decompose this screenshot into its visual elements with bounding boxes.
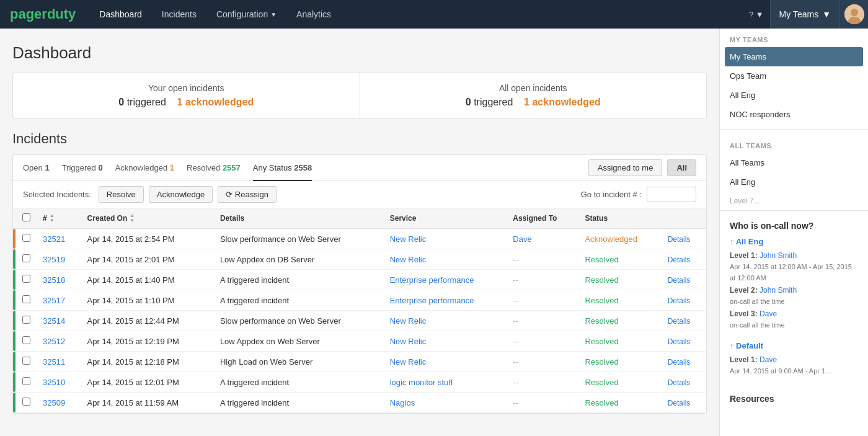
details-link[interactable]: Details <box>668 296 691 305</box>
incident-id-link[interactable]: 32514 <box>43 316 65 326</box>
toolbar-right: Go to incident # : <box>581 187 696 202</box>
status-bar-indicator <box>13 270 16 290</box>
incident-id-link[interactable]: 32512 <box>43 337 65 346</box>
tab-any-status[interactable]: Any Status 2558 <box>253 156 312 181</box>
resolve-button[interactable]: Resolve <box>99 186 144 203</box>
tab-acknowledged[interactable]: Acknowledged 1 <box>115 156 174 181</box>
all-button[interactable]: All <box>667 159 696 176</box>
incident-status: Resolved <box>578 372 661 393</box>
sidebar-item-ops-team[interactable]: Ops Team <box>720 66 868 86</box>
sidebar-item-noc[interactable]: NOC responders <box>720 105 868 124</box>
row-checkbox-cell <box>16 229 37 249</box>
incident-actions: Details <box>662 270 706 290</box>
incident-service-link[interactable]: Enterprise performance <box>390 296 474 305</box>
my-teams-button[interactable]: My Teams ▼ <box>770 0 839 29</box>
nav-analytics[interactable]: Analytics <box>288 0 340 29</box>
top-nav: pagerduty Dashboard Incidents Configurat… <box>0 0 868 29</box>
help-button[interactable]: ? ▼ <box>743 0 770 29</box>
table-row: 32521 Apr 14, 2015 at 2:54 PMSlow perfor… <box>13 229 706 249</box>
incident-id-link[interactable]: 32517 <box>43 296 65 305</box>
user-avatar-button[interactable] <box>839 0 868 29</box>
page-title: Dashboard <box>12 43 707 63</box>
assigned-to-me-button[interactable]: Assigned to me <box>588 159 663 176</box>
sidebar-item-my-teams[interactable]: My Teams <box>725 47 863 66</box>
reassign-button[interactable]: ⟳ Reassign <box>218 186 277 203</box>
tab-triggered[interactable]: Triggered 0 <box>62 156 103 181</box>
table-row: 32509 Apr 14, 2015 at 11:59 AMA triggere… <box>13 393 706 413</box>
incident-id-link[interactable]: 32521 <box>43 234 65 244</box>
incident-status: Resolved <box>578 393 661 413</box>
sidebar-dropdown: MY TEAMS My Teams Ops Team All Eng NOC r… <box>719 29 868 436</box>
row-checkbox[interactable] <box>22 254 30 262</box>
incident-created: Apr 14, 2015 at 2:54 PM <box>81 229 214 249</box>
incident-id-link[interactable]: 32519 <box>43 255 65 264</box>
nav-right: ? ▼ My Teams ▼ <box>743 0 868 29</box>
nav-configuration[interactable]: Configuration ▼ <box>208 0 285 29</box>
incident-created: Apr 14, 2015 at 12:44 PM <box>81 311 214 331</box>
details-link[interactable]: Details <box>668 235 691 244</box>
incident-actions: Details <box>662 249 706 270</box>
incident-details: A triggered incident <box>214 290 384 311</box>
row-checkbox[interactable] <box>22 316 30 324</box>
incident-assigned: -- <box>507 331 578 352</box>
row-checkbox-cell <box>16 393 37 413</box>
th-id: # ▲▼ <box>37 208 81 229</box>
incident-service-link[interactable]: New Relic <box>390 357 427 367</box>
incident-service: New Relic <box>384 249 507 270</box>
incident-service-link[interactable]: New Relic <box>390 316 427 326</box>
incident-id-link[interactable]: 32511 <box>43 357 65 367</box>
incident-service-link[interactable]: Nagios <box>390 398 415 407</box>
details-link[interactable]: Details <box>668 378 691 387</box>
details-link[interactable]: Details <box>668 337 691 346</box>
row-checkbox-cell <box>16 270 37 290</box>
incident-service: Enterprise performance <box>384 290 507 311</box>
table-row: 32511 Apr 14, 2015 at 12:18 PMHigh Load … <box>13 352 706 372</box>
row-checkbox[interactable] <box>22 275 30 283</box>
incident-id-link[interactable]: 32509 <box>43 398 65 407</box>
details-link[interactable]: Details <box>668 358 691 367</box>
acknowledge-button[interactable]: Acknowledge <box>149 186 213 203</box>
incident-service: New Relic <box>384 229 507 249</box>
status-bar-indicator <box>13 331 16 351</box>
incident-details: A triggered incident <box>214 372 384 393</box>
details-link[interactable]: Details <box>668 276 691 285</box>
nav-incidents[interactable]: Incidents <box>153 0 205 29</box>
goto-incident-input[interactable] <box>647 187 696 202</box>
avatar-image <box>844 4 864 24</box>
incident-service-link[interactable]: New Relic <box>390 255 427 264</box>
incident-id-link[interactable]: 32518 <box>43 275 65 285</box>
th-assigned: Assigned To <box>507 208 578 229</box>
incident-status: Acknowledged <box>578 229 661 249</box>
sidebar-item-all-eng[interactable]: All Eng <box>720 86 868 105</box>
row-checkbox[interactable] <box>22 377 30 385</box>
incident-created: Apr 14, 2015 at 12:19 PM <box>81 331 214 352</box>
incident-service-link[interactable]: logic monitor stuff <box>390 378 453 387</box>
incident-service-link[interactable]: New Relic <box>390 234 427 244</box>
incident-service-link[interactable]: New Relic <box>390 337 427 346</box>
row-checkbox[interactable] <box>22 295 30 303</box>
tab-resolved[interactable]: Resolved 2557 <box>187 156 241 181</box>
details-link[interactable]: Details <box>668 256 691 264</box>
incident-created: Apr 14, 2015 at 2:01 PM <box>81 249 214 270</box>
row-checkbox[interactable] <box>22 234 30 242</box>
incident-assigned-link[interactable]: Dave <box>513 234 531 244</box>
row-checkbox[interactable] <box>22 336 30 344</box>
row-checkbox[interactable] <box>22 398 30 406</box>
tabs-row: Open 1 Triggered 0 Acknowledged 1 Resolv… <box>13 155 706 181</box>
incident-id-link[interactable]: 32510 <box>43 378 65 387</box>
sidebar-item-all-teams[interactable]: All Teams <box>720 153 868 172</box>
content-area: Dashboard Your open incidents 0 triggere… <box>0 29 719 436</box>
details-link[interactable]: Details <box>668 399 691 407</box>
all-open-incidents: All open incidents 0 triggered 1 acknowl… <box>360 73 707 118</box>
sidebar-divider <box>720 129 868 130</box>
sidebar-item-level7[interactable]: Level 7... <box>720 192 868 210</box>
sidebar-item-all-eng-2[interactable]: All Eng <box>720 172 868 192</box>
row-checkbox[interactable] <box>22 357 30 365</box>
row-checkbox-cell <box>16 249 37 270</box>
nav-dashboard[interactable]: Dashboard <box>91 0 151 29</box>
select-all-checkbox[interactable] <box>22 213 30 221</box>
row-checkbox-cell <box>16 331 37 352</box>
incident-service-link[interactable]: Enterprise performance <box>390 275 474 285</box>
tab-open[interactable]: Open 1 <box>23 156 50 181</box>
details-link[interactable]: Details <box>668 317 691 326</box>
